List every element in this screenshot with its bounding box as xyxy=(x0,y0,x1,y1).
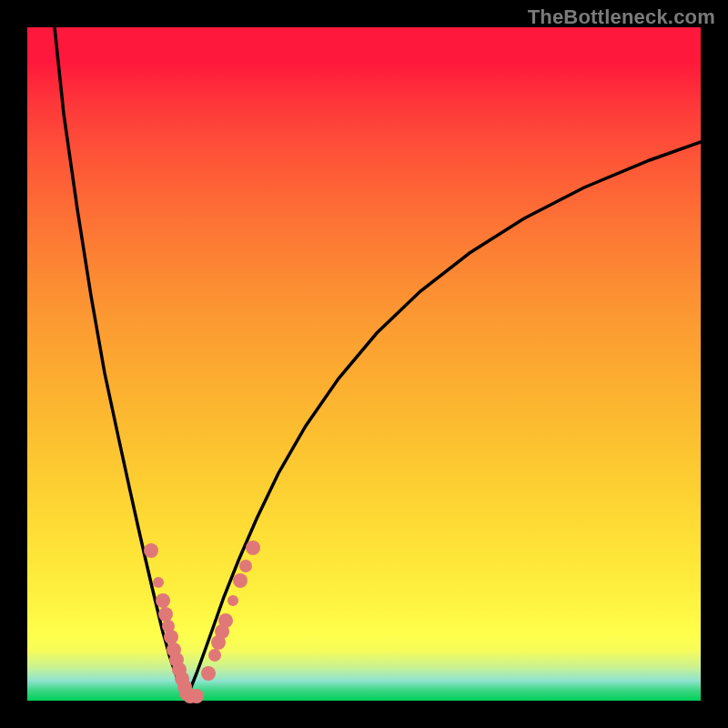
data-point xyxy=(208,649,221,662)
plot-area xyxy=(27,27,701,701)
data-point xyxy=(228,595,238,606)
chart-svg xyxy=(27,27,701,701)
data-point xyxy=(156,593,170,608)
data-point xyxy=(233,573,248,588)
data-point xyxy=(189,689,204,703)
data-point xyxy=(158,607,173,622)
data-point xyxy=(239,560,252,572)
data-point xyxy=(144,543,158,558)
data-point xyxy=(164,630,178,644)
right-curve xyxy=(187,142,701,696)
data-point xyxy=(218,613,233,628)
watermark-text: TheBottleneck.com xyxy=(528,5,715,29)
data-point xyxy=(153,577,164,588)
data-point xyxy=(246,541,260,555)
chart-frame: TheBottleneck.com xyxy=(0,0,728,728)
data-point xyxy=(201,666,216,681)
